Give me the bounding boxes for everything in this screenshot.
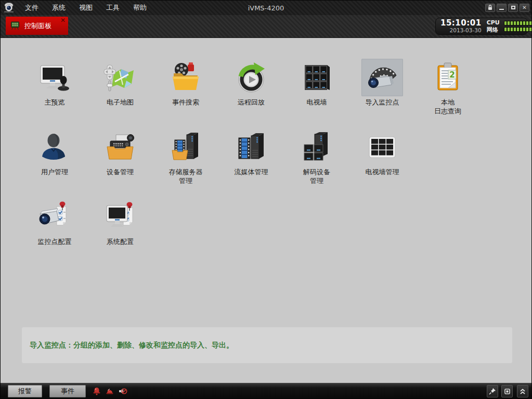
panel-item-label: 远程回放 — [218, 98, 284, 107]
panel-item-local-log-search[interactable]: 2 本地 日志查询 — [415, 59, 481, 115]
tabbar: 控制面板 ✕ 15:10:01 2013-03-30 CPU 网络 — [1, 15, 531, 38]
panel-item-storage-server[interactable]: 存储服务器 管理 — [153, 128, 218, 185]
event-tab[interactable]: 事件 — [49, 385, 86, 397]
panel-item-label: 用户管理 — [22, 168, 87, 176]
cpu-label: CPU — [487, 19, 500, 27]
panel-item-label: 电视墙 — [284, 98, 349, 107]
main-preview-icon — [34, 59, 75, 96]
panel-item-camera-config[interactable]: 监控点配置 — [22, 198, 87, 246]
panel-item-stream-media[interactable]: 流媒体管理 — [218, 128, 284, 185]
panel-item-main-preview[interactable]: 主预览 — [22, 59, 87, 115]
panel-item-label: 主预览 — [22, 98, 87, 107]
control-panel-main: 主预览 — [1, 38, 531, 383]
alarm-tab[interactable]: 报警 — [8, 385, 42, 397]
panel-item-event-search[interactable]: 事件搜索 — [153, 59, 218, 115]
restore-window-icon — [504, 388, 511, 395]
description-panel: 导入监控点：分组的添加、删除、修改和监控点的导入、导出。 — [22, 327, 512, 363]
decoder-icon — [296, 128, 338, 166]
panel-item-system-config[interactable]: 系统配置 — [87, 198, 153, 246]
restore-alarm-window-button[interactable] — [501, 385, 513, 397]
panel-item-user-management[interactable]: 用户管理 — [22, 128, 87, 185]
audio-mute-icon[interactable] — [118, 387, 127, 396]
panel-item-decoder[interactable]: 解码设备 管理 — [284, 128, 349, 185]
close-button[interactable]: ✕ — [520, 4, 529, 12]
system-config-icon — [99, 198, 141, 236]
panel-item-label: 存储服务器 管理 — [153, 168, 218, 185]
titlebar: 文件 系统 视图 工具 帮助 iVMS-4200 ✕ — [1, 1, 531, 15]
grid-row-3: 监控点配置 — [22, 198, 531, 246]
maximize-button[interactable] — [508, 4, 518, 12]
tv-wall-management-icon — [361, 128, 403, 166]
tab-control-panel[interactable]: 控制面板 ✕ — [6, 17, 68, 35]
pin-alarm-panel-button[interactable] — [487, 385, 498, 397]
camera-config-icon — [34, 198, 75, 236]
panel-item-label: 监控点配置 — [22, 237, 87, 246]
clock-date: 2013-03-30 — [440, 28, 482, 33]
panel-item-label: 设备管理 — [87, 168, 153, 176]
control-panel-board-icon — [10, 21, 20, 31]
panel-item-import-camera[interactable]: 导入监控点 — [349, 59, 415, 115]
device-management-icon — [99, 128, 141, 166]
stream-media-icon — [230, 128, 272, 166]
tab-label: 控制面板 — [24, 21, 51, 31]
cpu-usage-meter — [504, 21, 532, 25]
close-icon: ✕ — [522, 5, 526, 10]
remote-playback-icon — [230, 59, 272, 96]
menu-view[interactable]: 视图 — [72, 1, 99, 15]
user-management-icon — [34, 128, 75, 166]
event-search-icon — [165, 59, 206, 96]
tv-wall-icon — [296, 59, 338, 96]
app-logo-camera-icon — [1, 1, 18, 15]
minimize-icon — [499, 9, 504, 10]
network-usage-meter — [504, 27, 532, 32]
grid-row-2: 用户管理 — [22, 128, 531, 185]
description-text: 导入监控点：分组的添加、删除、修改和监控点的导入、导出。 — [22, 327, 512, 350]
chevron-up-double-icon — [520, 388, 526, 395]
menu-help[interactable]: 帮助 — [126, 1, 153, 15]
network-label: 网络 — [487, 27, 500, 34]
panel-item-label: 系统配置 — [87, 237, 153, 246]
import-camera-icon — [361, 59, 403, 96]
panel-item-label: 解码设备 管理 — [284, 168, 349, 185]
emap-icon — [99, 59, 141, 96]
panel-item-tv-wall-management[interactable]: 电视墙管理 — [349, 128, 415, 185]
panel-item-device-management[interactable]: 设备管理 — [87, 128, 153, 185]
alarm-siren-icon[interactable] — [105, 387, 114, 396]
panel-item-label: 电视墙管理 — [349, 168, 415, 176]
pin-icon — [489, 388, 496, 395]
menu-tools[interactable]: 工具 — [99, 1, 126, 15]
storage-server-icon — [165, 128, 206, 166]
maximize-icon — [511, 6, 515, 9]
menu-system[interactable]: 系统 — [45, 1, 72, 15]
window-title: iVMS-4200 — [248, 4, 284, 12]
minimize-button[interactable] — [497, 4, 507, 12]
panel-item-label: 本地 日志查询 — [415, 98, 481, 115]
statusbar: 报警 事件 — [1, 383, 531, 398]
expand-alarm-panel-button[interactable] — [517, 385, 528, 397]
clock-widget: 15:10:01 2013-03-30 CPU 网络 — [435, 18, 528, 35]
panel-item-label: 流媒体管理 — [218, 168, 284, 176]
panel-item-label: 电子地图 — [87, 98, 153, 107]
panel-item-emap[interactable]: 电子地图 — [87, 59, 153, 115]
panel-item-label: 事件搜索 — [153, 98, 218, 107]
log-badge-number: 2 — [449, 70, 455, 80]
clock-time: 15:10:01 — [440, 19, 482, 28]
app-window: 文件 系统 视图 工具 帮助 iVMS-4200 ✕ — [0, 0, 532, 399]
panel-item-remote-playback[interactable]: 远程回放 — [218, 59, 284, 115]
alarm-bell-icon[interactable] — [92, 387, 101, 396]
lock-icon — [487, 4, 493, 10]
menu-file[interactable]: 文件 — [18, 1, 45, 15]
grid-row-1: 主预览 — [22, 59, 531, 115]
panel-item-tv-wall[interactable]: 电视墙 — [284, 59, 349, 115]
lock-button[interactable] — [485, 4, 495, 12]
tab-close-icon[interactable]: ✕ — [60, 17, 66, 23]
panel-item-label: 导入监控点 — [349, 98, 415, 107]
local-log-search-icon: 2 — [427, 59, 469, 96]
